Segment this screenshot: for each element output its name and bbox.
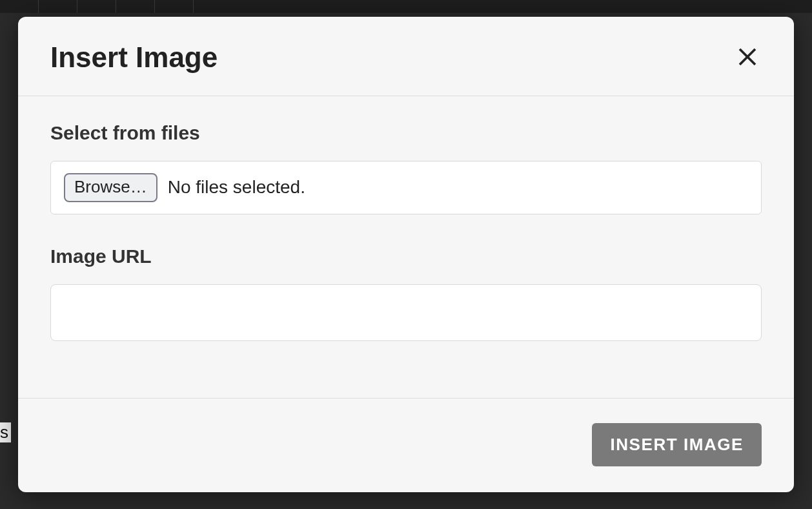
- close-icon: [736, 45, 759, 68]
- background-toolbar: [0, 0, 812, 13]
- insert-image-button[interactable]: INSERT IMAGE: [592, 423, 762, 466]
- dialog-footer: INSERT IMAGE: [18, 398, 794, 492]
- image-url-label: Image URL: [50, 245, 762, 267]
- file-selection-status: No files selected.: [168, 177, 305, 198]
- insert-image-dialog: Insert Image Select from files Browse… N…: [18, 17, 794, 492]
- image-url-input[interactable]: [50, 284, 762, 341]
- dialog-body: Select from files Browse… No files selec…: [18, 96, 794, 398]
- background-text-fragment: s: [0, 422, 11, 442]
- dialog-header: Insert Image: [18, 17, 794, 96]
- file-input-row[interactable]: Browse… No files selected.: [50, 161, 762, 214]
- browse-button[interactable]: Browse…: [64, 173, 157, 202]
- close-button[interactable]: [733, 43, 762, 73]
- dialog-title: Insert Image: [50, 41, 218, 74]
- select-from-files-label: Select from files: [50, 122, 762, 144]
